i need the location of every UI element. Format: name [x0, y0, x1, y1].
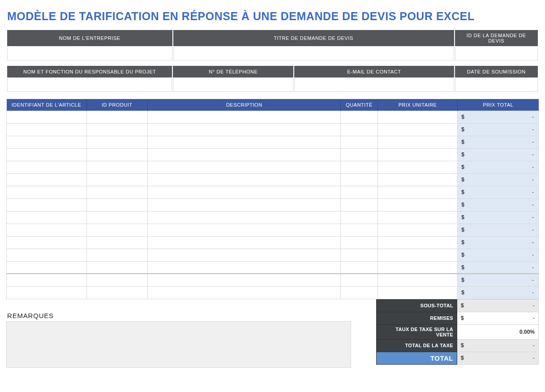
cell-unit-price[interactable] [378, 224, 458, 236]
header-date: DATE DE SOUMISSION [455, 66, 538, 78]
cell-quantity[interactable] [341, 211, 378, 224]
cell-article-id[interactable] [7, 148, 87, 161]
value-rfq-id[interactable] [455, 47, 538, 60]
cell-unit-price[interactable] [378, 198, 458, 211]
cell-product-id[interactable] [86, 173, 147, 186]
cell-description[interactable] [148, 274, 341, 286]
cell-product-id[interactable] [86, 161, 147, 173]
cell-product-id[interactable] [86, 198, 147, 211]
cell-quantity[interactable] [341, 173, 378, 186]
cell-product-id[interactable] [86, 186, 147, 198]
cell-description[interactable] [148, 286, 341, 299]
cell-article-id[interactable] [7, 123, 87, 136]
cell-product-id[interactable] [86, 274, 147, 286]
table-row: $- [7, 111, 539, 123]
cell-quantity[interactable] [341, 198, 378, 211]
cell-unit-price[interactable] [378, 249, 458, 261]
table-row: $- [7, 224, 539, 236]
cell-total-price: $- [458, 186, 539, 198]
cell-unit-price[interactable] [378, 211, 458, 224]
cell-product-id[interactable] [86, 211, 147, 224]
cell-quantity[interactable] [341, 286, 378, 299]
cell-description[interactable] [148, 261, 341, 274]
cell-quantity[interactable] [341, 249, 378, 261]
cell-unit-price[interactable] [378, 161, 458, 173]
cell-description[interactable] [148, 111, 341, 123]
cell-quantity[interactable] [341, 261, 378, 274]
value-discounts[interactable]: $ - [457, 312, 538, 324]
notes-textarea[interactable] [6, 321, 351, 368]
cell-article-id[interactable] [7, 211, 87, 224]
cell-article-id[interactable] [7, 161, 87, 173]
cell-description[interactable] [148, 224, 341, 236]
cell-article-id[interactable] [7, 274, 87, 286]
cell-product-id[interactable] [86, 111, 147, 123]
cell-quantity[interactable] [341, 161, 378, 173]
cell-product-id[interactable] [86, 286, 147, 299]
value-email[interactable] [294, 78, 454, 92]
col-header-quantity: QUANTITÉ [341, 99, 378, 111]
cell-quantity[interactable] [341, 186, 378, 198]
cell-product-id[interactable] [86, 123, 147, 136]
cell-unit-price[interactable] [378, 286, 458, 299]
cell-article-id[interactable] [7, 261, 87, 274]
header-company: NOM DE L'ENTREPRISE [7, 30, 172, 46]
cell-quantity[interactable] [341, 224, 378, 236]
cell-quantity[interactable] [341, 136, 378, 148]
cell-product-id[interactable] [86, 236, 147, 249]
cell-description[interactable] [148, 198, 341, 211]
cell-description[interactable] [148, 211, 341, 224]
cell-description[interactable] [148, 186, 341, 198]
cell-article-id[interactable] [7, 249, 87, 261]
value-company[interactable] [7, 47, 172, 60]
cell-quantity[interactable] [341, 111, 378, 123]
value-tax-rate[interactable]: 0.00% [457, 324, 538, 339]
cell-description[interactable] [148, 136, 341, 148]
cell-product-id[interactable] [86, 148, 147, 161]
cell-description[interactable] [148, 249, 341, 261]
col-header-description: DESCRIPTION [148, 99, 341, 111]
cell-total-price: $- [458, 249, 539, 261]
cell-unit-price[interactable] [378, 274, 458, 286]
value-contact[interactable] [7, 78, 172, 92]
cell-quantity[interactable] [341, 148, 378, 161]
cell-description[interactable] [148, 123, 341, 136]
cell-product-id[interactable] [86, 249, 147, 261]
cell-unit-price[interactable] [378, 123, 458, 136]
value-rfq-title[interactable] [173, 47, 454, 60]
cell-quantity[interactable] [341, 274, 378, 286]
cell-description[interactable] [148, 173, 341, 186]
cell-quantity[interactable] [341, 236, 378, 249]
cell-unit-price[interactable] [378, 261, 458, 274]
cell-total-price: $- [458, 224, 539, 236]
cell-quantity[interactable] [341, 123, 378, 136]
cell-product-id[interactable] [86, 261, 147, 274]
cell-product-id[interactable] [86, 136, 147, 148]
value-grand-total: $ - [457, 352, 538, 364]
cell-unit-price[interactable] [378, 136, 458, 148]
cell-unit-price[interactable] [378, 173, 458, 186]
cell-unit-price[interactable] [378, 148, 458, 161]
cell-article-id[interactable] [7, 173, 87, 186]
value-phone[interactable] [173, 78, 293, 92]
cell-description[interactable] [148, 148, 341, 161]
cell-product-id[interactable] [86, 224, 147, 236]
value-tax-total: $ - [457, 339, 538, 352]
cell-unit-price[interactable] [378, 236, 458, 249]
table-row: $- [7, 261, 539, 274]
cell-article-id[interactable] [7, 136, 87, 148]
cell-total-price: $- [458, 173, 539, 186]
cell-article-id[interactable] [7, 186, 87, 198]
cell-unit-price[interactable] [378, 111, 458, 123]
cell-description[interactable] [148, 161, 341, 173]
value-date[interactable] [455, 78, 538, 92]
cell-unit-price[interactable] [378, 186, 458, 198]
table-row: $- [7, 286, 539, 299]
cell-article-id[interactable] [7, 224, 87, 236]
cell-article-id[interactable] [7, 111, 87, 123]
cell-description[interactable] [148, 236, 341, 249]
cell-article-id[interactable] [7, 236, 87, 249]
cell-article-id[interactable] [7, 286, 87, 299]
col-header-total-price: PRIX TOTAL [458, 99, 539, 111]
cell-article-id[interactable] [7, 198, 87, 211]
